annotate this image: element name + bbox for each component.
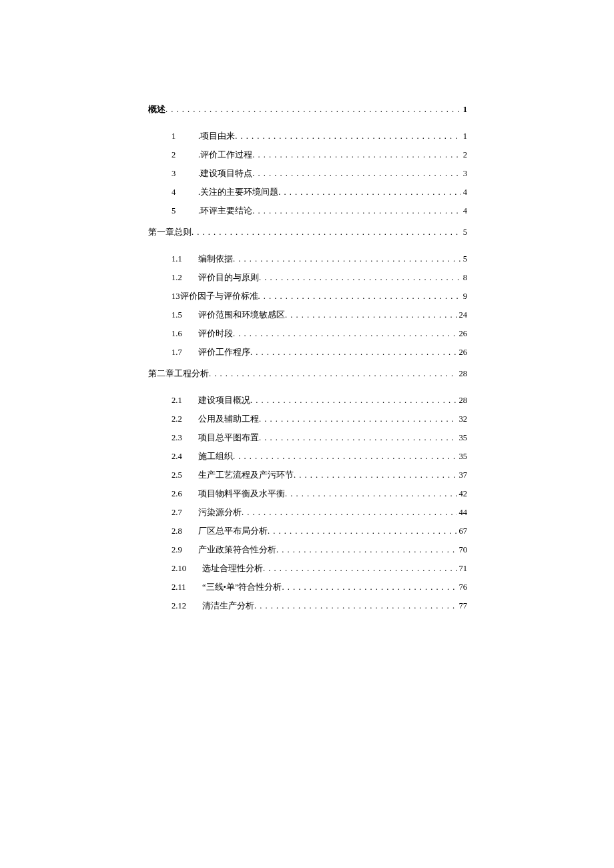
- toc-leader-dots: [282, 582, 456, 592]
- toc-page-number: 67: [459, 526, 468, 536]
- toc-number: 1.2: [172, 273, 192, 283]
- toc-title: .建设项目特点: [198, 169, 252, 179]
- toc-title: 编制依据: [198, 254, 233, 264]
- toc-page-number: 8: [463, 273, 467, 283]
- toc-entry: 2.10选址合理性分析71: [148, 564, 467, 574]
- toc-title: 第一章总则: [148, 228, 192, 238]
- toc-entry: 1.2评价目的与原则8: [148, 273, 467, 283]
- toc-title: 产业政策符合性分析: [198, 545, 276, 555]
- toc-page-number: 77: [459, 601, 468, 611]
- toc-number: 2: [172, 150, 192, 160]
- toc-leader-dots: [294, 470, 457, 480]
- toc-entry: 2.7污染源分析44: [148, 508, 467, 518]
- toc-leader-dots: [278, 187, 461, 197]
- toc-entry: 概述1: [148, 105, 467, 115]
- toc-title: 施工组织: [198, 452, 233, 462]
- toc-entry: 2.4施工组织35: [148, 452, 467, 462]
- toc-page-number: 32: [459, 414, 468, 424]
- toc-entry: 3.建设项目特点3: [148, 169, 467, 179]
- toc-number: 1.1: [172, 254, 192, 264]
- toc-page-number: 5: [463, 228, 467, 238]
- toc-leader-dots: [268, 526, 457, 536]
- toc-entry: 4.关注的主要环境间题4: [148, 187, 467, 197]
- toc-page-number: 26: [459, 329, 468, 339]
- toc-number: 2.12: [172, 601, 196, 611]
- toc-page-number: 24: [459, 310, 468, 320]
- toc-page-number: 70: [459, 545, 468, 555]
- toc-title: 13评价因子与评价标准: [172, 292, 258, 302]
- toc-leader-dots: [242, 508, 457, 518]
- toc-page-number: 5: [463, 254, 467, 264]
- toc-entry: 1.7评价工作程序26: [148, 348, 467, 358]
- toc-leader-dots: [250, 396, 457, 406]
- toc-leader-dots: [259, 433, 457, 443]
- toc-leader-dots: [209, 369, 457, 379]
- toc-leader-dots: [252, 169, 461, 179]
- toc-entry: 2.12清洁生产分析77: [148, 601, 467, 611]
- toc-entry: 13评价因子与评价标准9: [148, 292, 467, 302]
- toc-number: 2.10: [172, 564, 196, 574]
- toc-leader-dots: [285, 310, 457, 320]
- toc-title: .关注的主要环境间题: [198, 187, 278, 197]
- toc-leader-dots: [259, 273, 461, 283]
- toc-title: 污染源分析: [198, 508, 242, 518]
- toc-number: 4: [172, 187, 192, 197]
- toc-number: 3: [172, 169, 192, 179]
- toc-leader-dots: [252, 150, 461, 160]
- toc-entry: 1.1编制依据5: [148, 254, 467, 264]
- toc-number: 2.2: [172, 414, 192, 424]
- toc-entry: 2.3项目总平图布置35: [148, 433, 467, 443]
- toc-entry: 2.11“三线•单”符合性分析76: [148, 582, 467, 592]
- toc-page-number: 4: [463, 206, 467, 216]
- toc-entry: 2.评价工作过程2: [148, 150, 467, 160]
- toc-page-number: 26: [459, 348, 468, 358]
- toc-page-number: 1: [463, 131, 467, 141]
- toc-number: 5: [172, 206, 192, 216]
- toc-leader-dots: [235, 131, 461, 141]
- toc-page-number: 44: [459, 508, 468, 518]
- toc-page-number: 35: [459, 452, 468, 462]
- toc-page-number: 4: [463, 187, 467, 197]
- toc-entry: 1.6评价时段26: [148, 329, 467, 339]
- toc-number: 1.7: [172, 348, 192, 358]
- toc-leader-dots: [258, 292, 461, 302]
- toc-title: 公用及辅助工程: [198, 414, 259, 424]
- toc-number: 2.3: [172, 433, 192, 443]
- toc-leader-dots: [254, 601, 457, 611]
- toc-entry: 2.8厂区总平布局分析67: [148, 526, 467, 536]
- toc-entry: 1.项目由来1: [148, 131, 467, 141]
- toc-title: 评价目的与原则: [198, 273, 259, 283]
- toc-entry: 1.5评价范围和环境敏感区24: [148, 310, 467, 320]
- toc-number: 2.5: [172, 470, 192, 480]
- toc-title: 第二章工程分析: [148, 369, 209, 379]
- toc-title: .评价工作过程: [198, 150, 252, 160]
- toc-title: 建设项目概况: [198, 396, 250, 406]
- toc-entry: 2.9产业政策符合性分析70: [148, 545, 467, 555]
- toc-entry: 第二章工程分析28: [148, 369, 467, 379]
- toc-number: 1: [172, 131, 192, 141]
- toc-number: 2.4: [172, 452, 192, 462]
- toc-page-number: 28: [459, 369, 468, 379]
- toc-number: 2.7: [172, 508, 192, 518]
- toc-page-number: 37: [459, 470, 468, 480]
- toc-leader-dots: [166, 105, 461, 115]
- toc-page-number: 9: [463, 292, 467, 302]
- toc-entry: 2.5生产工艺流程及产污环节37: [148, 470, 467, 480]
- toc-title: .项目由来: [198, 131, 235, 141]
- toc-leader-dots: [233, 452, 457, 462]
- toc-leader-dots: [263, 564, 457, 574]
- toc-entry: 第一章总则5: [148, 228, 467, 238]
- toc-leader-dots: [233, 254, 461, 264]
- toc-leader-dots: [250, 348, 457, 358]
- toc-title: 评价范围和环境敏感区: [198, 310, 285, 320]
- toc-number: 2.1: [172, 396, 192, 406]
- toc-title: 项目物料平衡及水平衡: [198, 489, 285, 499]
- toc-title: .环评主要结论: [198, 206, 252, 216]
- toc-entry: 2.2公用及辅助工程32: [148, 414, 467, 424]
- toc-leader-dots: [192, 228, 461, 238]
- toc-entry: 5.环评主要结论4: [148, 206, 467, 216]
- toc-page-number: 71: [459, 564, 468, 574]
- toc-page-number: 1: [463, 105, 467, 115]
- toc-leader-dots: [259, 414, 457, 424]
- toc-leader-dots: [233, 329, 457, 339]
